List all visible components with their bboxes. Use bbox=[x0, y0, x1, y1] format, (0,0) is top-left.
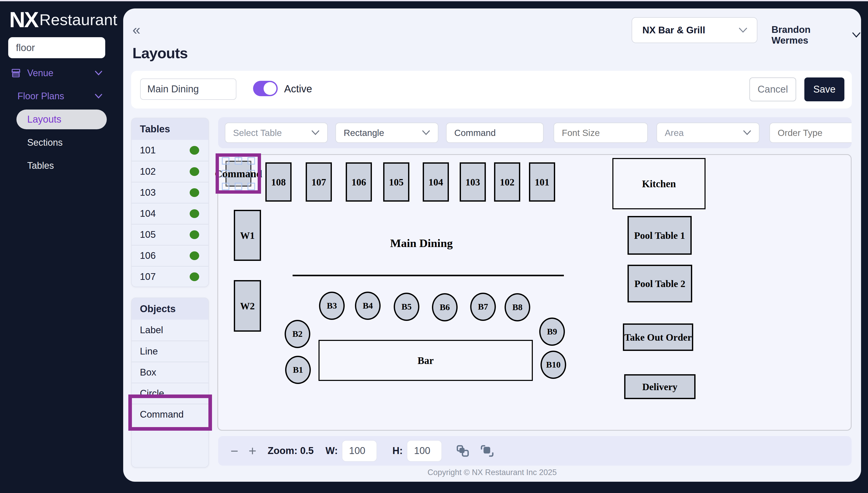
table-row-102[interactable]: 102 bbox=[132, 161, 208, 182]
height-label: H: bbox=[392, 445, 403, 456]
width-input[interactable] bbox=[342, 440, 377, 462]
copyright-text: Copyright © NX Restaurant Inc 2025 bbox=[123, 468, 861, 477]
venue-select-value: NX Bar & Grill bbox=[642, 25, 705, 36]
tables-panel: Tables 101102103104105106107 bbox=[131, 118, 209, 287]
order-type-input[interactable] bbox=[778, 128, 852, 138]
resize-handle[interactable] bbox=[222, 157, 229, 165]
object-item-label: Line bbox=[140, 346, 158, 357]
status-dot-green bbox=[190, 230, 199, 239]
canvas-table-106[interactable]: 106 bbox=[346, 163, 372, 201]
canvas-label-main-dining[interactable]: Main Dining bbox=[357, 234, 485, 252]
canvas-booth-b7[interactable]: B7 bbox=[470, 293, 496, 321]
chevron-down-icon bbox=[311, 130, 320, 136]
resize-handle[interactable] bbox=[248, 157, 255, 165]
logo-restaurant: Restaurant bbox=[39, 10, 117, 29]
sidebar-item-tables[interactable]: Tables bbox=[27, 160, 54, 171]
group-icon[interactable] bbox=[480, 444, 494, 457]
object-item-circle[interactable]: Circle bbox=[132, 383, 208, 404]
canvas-booth-b3[interactable]: B3 bbox=[319, 292, 345, 320]
save-button[interactable]: Save bbox=[804, 78, 844, 101]
canvas-table-102[interactable]: 102 bbox=[494, 163, 520, 201]
canvas-table-101[interactable]: 101 bbox=[529, 163, 555, 201]
canvas-table-107[interactable]: 107 bbox=[306, 163, 332, 201]
table-row-101[interactable]: 101 bbox=[132, 140, 208, 161]
height-input[interactable] bbox=[407, 440, 442, 462]
object-item-command[interactable]: Command bbox=[132, 404, 208, 425]
canvas-zone-pool-table-1[interactable]: Pool Table 1 bbox=[627, 216, 692, 255]
table-row-107[interactable]: 107 bbox=[132, 266, 208, 287]
canvas-booth-b1[interactable]: B1 bbox=[285, 356, 311, 384]
layout-name-card: Active Cancel Save bbox=[131, 71, 852, 108]
sidebar-item-layouts-active[interactable]: Layouts bbox=[16, 109, 107, 129]
canvas-booth-b5[interactable]: B5 bbox=[394, 293, 419, 321]
zoom-level-label: Zoom: 0.5 bbox=[268, 445, 314, 456]
object-item-label[interactable]: Label bbox=[132, 320, 208, 341]
canvas-zone-kitchen[interactable]: Kitchen bbox=[612, 158, 705, 209]
canvas-zone-delivery[interactable]: Delivery bbox=[624, 374, 696, 399]
status-dot-green bbox=[190, 167, 199, 176]
storefront-icon bbox=[10, 67, 22, 79]
font-size-input-wrap bbox=[554, 123, 648, 143]
user-menu[interactable]: Brandon Wermes bbox=[771, 24, 861, 46]
canvas-booth-b6[interactable]: B6 bbox=[432, 293, 458, 321]
sidebar-item-label: Layouts bbox=[27, 114, 61, 125]
status-dot-green bbox=[190, 273, 199, 281]
status-dot-green bbox=[190, 209, 199, 218]
canvas-table-108[interactable]: 108 bbox=[265, 163, 292, 201]
floor-plan-canvas[interactable]: 108107106105104103102101W1W2KitchenPool … bbox=[218, 154, 852, 431]
canvas-table-103[interactable]: 103 bbox=[460, 163, 486, 201]
select-table-dropdown[interactable]: Select Table bbox=[225, 123, 328, 143]
canvas-toolbar: Select Table Rectangle Area bbox=[218, 117, 852, 148]
canvas-selected-command-object[interactable]: Command bbox=[226, 161, 251, 187]
zoom-in-button[interactable]: + bbox=[248, 444, 256, 457]
sidebar-item-label: Floor Plans bbox=[18, 91, 64, 102]
canvas-zone-bar[interactable]: Bar bbox=[318, 340, 533, 381]
shape-dropdown[interactable]: Rectangle bbox=[335, 123, 438, 143]
table-row-105[interactable]: 105 bbox=[132, 224, 208, 245]
object-item-line[interactable]: Line bbox=[132, 341, 208, 362]
canvas-table-w2[interactable]: W2 bbox=[234, 280, 261, 332]
canvas-booth-b9[interactable]: B9 bbox=[539, 318, 565, 346]
sidebar-item-sections[interactable]: Sections bbox=[27, 137, 63, 148]
objects-panel-title: Objects bbox=[132, 298, 208, 320]
ungroup-icon[interactable] bbox=[456, 444, 470, 457]
layout-name-input[interactable] bbox=[140, 79, 236, 100]
canvas-booth-b10[interactable]: B10 bbox=[540, 351, 566, 379]
object-label-input[interactable] bbox=[454, 128, 536, 138]
chevron-down-icon bbox=[94, 93, 103, 99]
collapse-sidebar-button[interactable]: « bbox=[132, 23, 140, 37]
table-number: 106 bbox=[140, 250, 156, 261]
area-dropdown[interactable]: Area bbox=[657, 123, 760, 143]
select-table-value: Select Table bbox=[233, 128, 282, 138]
canvas-booth-b8[interactable]: B8 bbox=[504, 293, 530, 321]
canvas-table-w1[interactable]: W1 bbox=[234, 210, 261, 261]
font-size-input[interactable] bbox=[562, 128, 641, 138]
venue-select[interactable]: NX Bar & Grill bbox=[632, 17, 758, 43]
sidebar-search-input[interactable] bbox=[8, 37, 105, 58]
canvas-divider-line[interactable] bbox=[293, 275, 564, 276]
resize-handle[interactable] bbox=[235, 157, 242, 165]
resize-handle[interactable] bbox=[222, 183, 229, 190]
table-row-103[interactable]: 103 bbox=[132, 182, 208, 203]
canvas-table-105[interactable]: 105 bbox=[383, 163, 409, 201]
canvas-zone-take-out-order[interactable]: Take Out Order bbox=[623, 323, 693, 351]
canvas-table-104[interactable]: 104 bbox=[423, 163, 449, 201]
canvas-booth-b2[interactable]: B2 bbox=[285, 320, 310, 348]
object-item-box[interactable]: Box bbox=[132, 362, 208, 383]
zoom-out-button[interactable]: − bbox=[230, 444, 238, 457]
width-label: W: bbox=[326, 445, 338, 456]
table-row-104[interactable]: 104 bbox=[132, 203, 208, 224]
canvas-zone-pool-table-2[interactable]: Pool Table 2 bbox=[627, 265, 692, 302]
object-item-label: Box bbox=[140, 367, 156, 378]
resize-handle[interactable] bbox=[248, 183, 255, 190]
cancel-button[interactable]: Cancel bbox=[749, 78, 796, 101]
sidebar-item-venue[interactable]: Venue bbox=[0, 64, 123, 82]
canvas-booth-b4[interactable]: B4 bbox=[355, 292, 380, 320]
app-logo: NX Restaurant bbox=[9, 7, 117, 32]
table-number: 107 bbox=[140, 271, 156, 282]
table-row-106[interactable]: 106 bbox=[132, 245, 208, 266]
resize-handle[interactable] bbox=[235, 183, 242, 190]
sidebar-item-floor-plans[interactable]: Floor Plans bbox=[0, 87, 123, 105]
main-panel: « Layouts NX Bar & Grill Brandon Wermes … bbox=[123, 8, 861, 482]
active-toggle[interactable] bbox=[253, 81, 278, 96]
